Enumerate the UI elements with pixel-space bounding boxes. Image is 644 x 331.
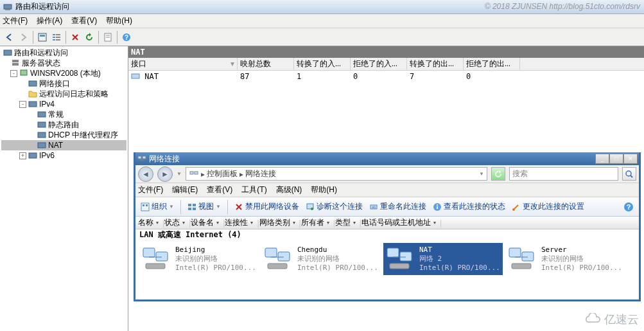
tree-dhcp[interactable]: DHCP 中继代理程序 [1,130,126,140]
tree-root[interactable]: 路由和远程访问 [1,48,126,58]
disable-device-button[interactable]: 禁用此网络设备 [234,201,299,212]
sub-menu-edit[interactable]: 编辑(E) [172,184,198,195]
col-trans-out[interactable]: 转换了的出... [407,58,464,70]
svg-rect-19 [29,81,37,86]
col-trans-in[interactable]: 转换了的入... [294,58,351,70]
nav-back-icon[interactable] [3,30,17,44]
network-path-icon [189,169,199,179]
breadcrumb[interactable]: ▸ 控制面板 ▸ 网络连接 ▼ [186,167,487,181]
svg-rect-9 [56,39,60,40]
delete-icon[interactable] [68,30,82,44]
col-phone[interactable]: 电话号码或主机地址▾ [361,217,437,228]
expand-icon[interactable]: + [19,152,26,159]
refresh-icon[interactable] [82,30,96,44]
sub-menu-file[interactable]: 文件(F) [138,184,163,195]
tree-server-status[interactable]: 服务器状态 [1,58,126,68]
help-icon[interactable]: ? [119,30,134,44]
organize-button[interactable]: 组织▼ [141,201,174,212]
connection-server[interactable]: Server未识别的网络Intel(R) PRO/100... [505,243,625,275]
svg-rect-57 [387,248,399,257]
search-input[interactable]: 搜索 [509,167,618,181]
svg-rect-26 [132,74,139,78]
col-status[interactable]: 状态▾ [164,217,186,228]
search-button[interactable] [622,167,636,181]
svg-rect-25 [29,153,37,158]
help-button[interactable]: ? [623,202,634,212]
col-owner[interactable]: 所有者▾ [301,217,331,228]
svg-rect-36 [146,204,148,206]
maximize-button[interactable]: □ [609,154,623,164]
svg-rect-16 [12,60,19,62]
menu-action[interactable]: 操作(A) [37,15,62,26]
col-rej-in[interactable]: 拒绝了的入... [351,58,407,70]
properties-icon[interactable] [101,30,115,44]
minimize-button[interactable]: _ [595,154,609,164]
tree-static-route[interactable]: 静态路由 [1,120,126,130]
tree-net-if[interactable]: 网络接口 [1,78,126,89]
col-conn[interactable]: 连接性▾ [225,217,254,228]
svg-rect-62 [522,252,534,261]
subwindow-title-bar[interactable]: 网络连接 _ □ ✕ [135,152,639,165]
svg-rect-60 [390,264,409,269]
col-device[interactable]: 设备名▾ [191,217,220,228]
rename-button[interactable]: ab重命名此连接 [369,201,426,212]
sub-menu-view[interactable]: 查看(V) [207,184,232,195]
menu-help[interactable]: 帮助(H) [106,15,132,26]
views-button[interactable]: 视图▼ [187,201,221,212]
menu-file[interactable]: 文件(F) [3,15,28,26]
tree-winsrv[interactable]: -WINSRV2008 (本地) [1,68,126,78]
change-settings-button[interactable]: 更改此连接的设置 [512,201,584,212]
connection-nat[interactable]: NAT网络 2Intel(R) PRO/100... [383,243,503,275]
content-header: NAT [128,46,644,58]
connections-list: Beijing未识别的网络Intel(R) PRO/100... Chengdu… [135,240,639,278]
col-rej-out[interactable]: 拒绝了的出... [464,58,520,70]
svg-point-46 [512,208,515,211]
view-status-button[interactable]: 查看此连接的状态 [433,201,505,212]
nav-back-button[interactable]: ◄ [138,166,153,182]
diagnose-button[interactable]: 诊断这个连接 [306,201,363,212]
svg-rect-15 [4,50,12,55]
svg-rect-64 [512,264,531,269]
connection-beijing[interactable]: Beijing未识别的网络Intel(R) PRO/100... [139,243,259,275]
tree-nat[interactable]: NAT [1,140,126,150]
svg-rect-8 [53,39,55,40]
svg-rect-17 [12,63,19,66]
tree-panel: 路由和远程访问 服务器状态 -WINSRV2008 (本地) 网络接口 远程访问… [0,46,128,331]
network-adapter-icon [385,246,415,271]
menu-view[interactable]: 查看(V) [71,15,97,26]
tree-ipv6[interactable]: +IPv6 [1,150,126,161]
collapse-icon[interactable]: - [19,101,26,108]
collapse-icon[interactable]: - [10,70,17,77]
svg-point-42 [311,208,313,210]
col-interface[interactable]: 接口▾ [128,58,238,70]
svg-rect-54 [278,252,290,261]
col-nettype[interactable]: 网络类别▾ [259,217,297,228]
watermark: © 2018 ZJUNSEN http://blog.51cto.com/rds… [485,2,640,11]
tree-ipv4[interactable]: -IPv4 [1,99,126,109]
sub-menu-help[interactable]: 帮助(H) [311,184,337,195]
refresh-button[interactable] [491,167,505,181]
svg-rect-30 [190,172,193,174]
sub-menu-adv[interactable]: 高级(N) [276,184,302,195]
svg-rect-24 [38,143,46,148]
col-type[interactable]: 类型▾ [335,217,357,228]
nav-dropdown-icon[interactable]: ▼ [177,171,182,177]
sub-menu-tool[interactable]: 工具(T) [241,184,266,195]
col-mappings[interactable]: 映射总数 [238,58,294,70]
col-name[interactable]: 名称▾ [138,217,160,228]
svg-rect-5 [56,34,60,35]
table-row[interactable]: NAT 87 1 0 7 0 [128,71,644,82]
svg-point-32 [626,171,631,176]
svg-rect-53 [265,248,277,257]
window-icon[interactable] [35,30,49,44]
svg-rect-27 [138,156,141,159]
tree-remote-log[interactable]: 远程访问日志和策略 [1,89,126,99]
app-icon [3,2,13,12]
close-button[interactable]: ✕ [623,154,638,164]
list-icon[interactable] [49,30,64,44]
tree-general[interactable]: 常规 [1,109,126,120]
nav-forward-icon[interactable] [17,30,31,44]
nav-forward-button[interactable]: ► [157,166,173,182]
connection-chengdu[interactable]: Chengdu未识别的网络Intel(R) PRO/100... [261,243,381,275]
svg-rect-58 [400,252,412,261]
